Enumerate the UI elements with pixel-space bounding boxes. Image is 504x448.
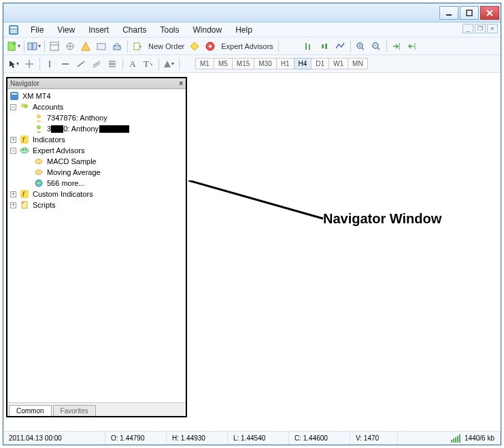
status-low: L: 1.44540: [228, 432, 289, 445]
tab-favorites[interactable]: Favorites: [53, 405, 96, 416]
svg-rect-1: [467, 10, 472, 16]
tree-account-2[interactable]: 30: Anthony: [9, 123, 184, 134]
timeframe-h1[interactable]: H1: [276, 58, 295, 69]
tree-macd-sample[interactable]: MACD Sample: [9, 156, 184, 167]
tree-more[interactable]: 566 more...: [9, 178, 184, 189]
annotation-arrow: [188, 180, 324, 220]
svg-line-43: [93, 63, 100, 67]
redacted-text: [99, 125, 129, 133]
mdi-minimize[interactable]: _: [463, 24, 473, 33]
expand-icon[interactable]: +: [9, 135, 18, 144]
tree-custom-indicators[interactable]: + f Custom Indicators: [9, 189, 184, 199]
crosshair-button[interactable]: [22, 57, 37, 71]
svg-rect-5: [10, 27, 17, 29]
cursor-button[interactable]: ▾: [6, 57, 21, 71]
mdi-restore[interactable]: ❐: [475, 24, 486, 33]
market-watch-button[interactable]: [47, 39, 62, 54]
data-window-button[interactable]: [63, 39, 78, 54]
collapse-icon[interactable]: −: [9, 146, 18, 155]
ea-item-icon: [33, 157, 44, 166]
channel-button[interactable]: [89, 57, 104, 71]
tree-account-1[interactable]: 7347876: Anthony: [9, 112, 184, 123]
trendline-button[interactable]: [73, 57, 88, 71]
app-window: File View Insert Charts Tools Window Hel…: [3, 3, 501, 445]
expand-icon[interactable]: +: [9, 201, 18, 210]
navigator-button[interactable]: [78, 39, 93, 54]
tree-accounts[interactable]: − Accounts: [9, 101, 184, 112]
strategy-tester-button[interactable]: [110, 39, 124, 54]
svg-rect-18: [114, 46, 120, 50]
menu-window[interactable]: Window: [186, 24, 229, 36]
navigator-close-button[interactable]: ×: [179, 80, 183, 87]
menu-charts[interactable]: Charts: [116, 24, 153, 36]
menu-help[interactable]: Help: [229, 24, 259, 36]
annotation-label: Navigator Window: [323, 211, 441, 227]
redacted-text: [51, 125, 63, 133]
timeframe-h4[interactable]: H4: [294, 58, 312, 69]
svg-line-41: [78, 61, 84, 67]
toolbar-drawing: ▾ A T↘ ▾ M1 M5 M15 M30 H1 H4 D1 W1 MN: [3, 55, 501, 73]
status-volume: V: 1470: [350, 432, 398, 445]
new-chart-button[interactable]: +▾: [6, 39, 21, 54]
svg-rect-11: [50, 42, 58, 50]
svg-line-65: [188, 180, 323, 219]
toolbar-main: +▾ ▾ + New Order Expert Advisors: [3, 37, 501, 55]
menu-tools[interactable]: Tools: [154, 24, 186, 36]
zoom-out-button[interactable]: [369, 39, 384, 54]
svg-rect-9: [28, 43, 32, 50]
profiles-button[interactable]: ▾: [27, 39, 41, 54]
timeframe-w1[interactable]: W1: [329, 58, 348, 69]
tree-scripts[interactable]: + Scripts: [9, 199, 184, 210]
navigator-panel: Navigator × XM MT4 − Accounts 7347876: A…: [6, 77, 187, 417]
svg-rect-10: [33, 43, 37, 50]
new-order-button[interactable]: New Order: [146, 42, 187, 50]
app-root-icon: [9, 91, 20, 101]
shapes-button[interactable]: ▾: [161, 57, 176, 71]
timeframe-m1[interactable]: M1: [195, 58, 214, 69]
titlebar: [3, 3, 501, 22]
navigator-title: Navigator: [10, 80, 39, 87]
svg-text:+: +: [12, 41, 16, 48]
expand-icon[interactable]: +: [9, 190, 18, 199]
ea-icon[interactable]: [203, 39, 218, 54]
mdi-close[interactable]: ×: [487, 24, 498, 33]
chart-candle-button[interactable]: [317, 39, 332, 54]
text-label-button[interactable]: T↘: [141, 57, 156, 71]
tree-expert-advisors[interactable]: − Expert Advisors: [9, 145, 184, 156]
menu-view[interactable]: View: [50, 24, 82, 36]
metaquotes-button[interactable]: [187, 39, 202, 54]
maximize-button[interactable]: [460, 6, 479, 20]
menu-insert[interactable]: Insert: [82, 24, 116, 36]
timeframe-d1[interactable]: D1: [311, 58, 329, 69]
fibonacci-button[interactable]: [105, 57, 120, 71]
timeframe-m15[interactable]: M15: [232, 58, 254, 69]
collapse-icon[interactable]: −: [9, 103, 18, 112]
chart-line-button[interactable]: [333, 39, 348, 54]
menubar: File View Insert Charts Tools Window Hel…: [3, 22, 501, 37]
vertical-line-button[interactable]: [42, 57, 57, 71]
svg-rect-26: [322, 44, 324, 48]
chart-bar-button[interactable]: [301, 39, 316, 54]
tree-root[interactable]: XM MT4: [9, 91, 184, 101]
svg-rect-17: [97, 44, 105, 50]
tab-common[interactable]: Common: [9, 405, 52, 416]
svg-rect-55: [20, 135, 29, 144]
horizontal-line-button[interactable]: [58, 57, 73, 71]
menu-file[interactable]: File: [24, 24, 50, 36]
timeframe-mn[interactable]: MN: [348, 58, 368, 69]
close-button[interactable]: [480, 6, 499, 20]
timeframe-m30[interactable]: M30: [254, 58, 276, 69]
chart-shift-button[interactable]: [405, 39, 420, 54]
expert-advisors-button[interactable]: Expert Advisors: [218, 42, 275, 50]
tree-moving-average[interactable]: Moving Average: [9, 167, 184, 178]
svg-marker-48: [164, 61, 171, 67]
timeframe-m5[interactable]: M5: [214, 58, 233, 69]
svg-line-33: [377, 48, 380, 50]
tree-indicators[interactable]: + f Indicators: [9, 134, 184, 145]
text-tool-button[interactable]: A: [125, 57, 140, 71]
minimize-button[interactable]: [439, 6, 458, 20]
autoscroll-button[interactable]: [389, 39, 404, 54]
terminal-button[interactable]: [94, 39, 109, 54]
zoom-in-button[interactable]: [353, 39, 368, 54]
new-order-icon[interactable]: +: [130, 39, 145, 54]
